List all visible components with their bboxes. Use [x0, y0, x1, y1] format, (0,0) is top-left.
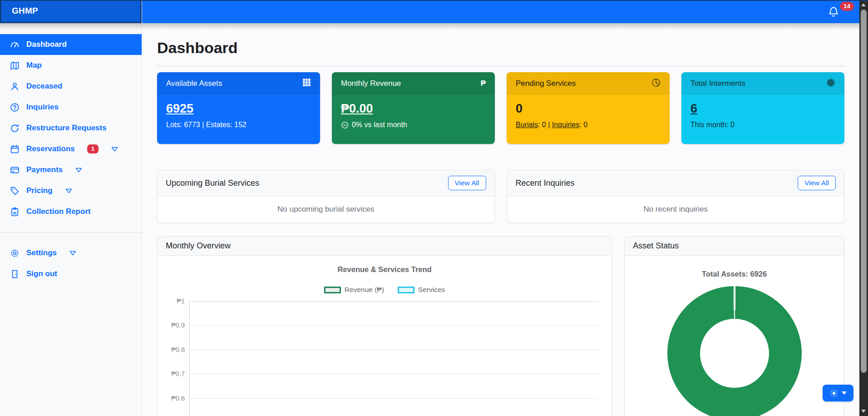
stat-card-title: Total Interments: [690, 79, 745, 88]
sidebar-item-inquiries[interactable]: Inquiries: [0, 97, 142, 118]
scrollbar-down-arrow[interactable]: [861, 410, 866, 413]
y-tick-label: ₱0.6: [160, 395, 185, 402]
revenue-trend-text: 0% vs last month: [341, 121, 486, 129]
scrollbar-up-arrow[interactable]: [861, 3, 866, 6]
panel-empty-state: No recent inquiries: [508, 196, 844, 223]
sidebar: GHMP Dashboard Map: [0, 0, 142, 416]
view-all-inquiries-button[interactable]: View All: [798, 176, 836, 190]
caret-down-icon: [842, 391, 847, 395]
sidebar-item-dashboard[interactable]: Dashboard: [0, 34, 142, 55]
scrollbar-thumb[interactable]: [861, 10, 867, 373]
donut-ring: [667, 286, 802, 416]
chart-plot-area: ₱1 ₱0.9 ₱0.8 ₱0.7 ₱0.6: [189, 300, 599, 416]
stat-card-available-assets: Available Assets 6925 Lots: 6773 | Estat…: [157, 72, 320, 144]
stat-card-pending-services: Pending Services 0 Burials: 0 | Inquirie…: [507, 72, 670, 144]
burials-link[interactable]: Burials: [516, 121, 538, 129]
peso-sign-icon: ₱: [481, 79, 486, 88]
brand-header: GHMP: [0, 0, 142, 23]
card-header: Monthly Overview: [158, 237, 612, 256]
stat-card-header: Pending Services: [507, 72, 670, 95]
card-title: Monthly Overview: [166, 241, 231, 251]
clock-icon: [651, 78, 661, 89]
stat-card-title: Available Assets: [166, 79, 222, 88]
sidebar-item-label: Sign out: [26, 269, 57, 278]
interments-this-month: This month: 0: [690, 121, 835, 129]
donut-chart-title: Total Assets: 6926: [625, 270, 844, 278]
sidebar-item-collection-report[interactable]: Collection Report: [0, 201, 142, 222]
stat-card-title: Pending Services: [516, 79, 576, 88]
tag-icon: [10, 186, 20, 196]
line-chart: Revenue & Services Trend Revenue (₱) Ser…: [158, 265, 612, 416]
upcoming-burial-services-panel: Upcoming Burial Services View All No upc…: [157, 170, 495, 223]
monthly-revenue-value-link[interactable]: ₱0.00: [341, 102, 373, 116]
map-icon: [10, 61, 20, 70]
asset-status-card: Asset Status Total Assets: 6926: [624, 236, 844, 416]
flower-icon: [826, 78, 835, 89]
dash-circle-icon: [341, 121, 349, 129]
clipboard-chart-icon: [10, 207, 20, 217]
chevron-down-icon: [111, 147, 118, 152]
person-icon: [10, 82, 20, 91]
services-legend-swatch: [398, 287, 414, 293]
view-all-burials-button[interactable]: View All: [448, 176, 486, 190]
sidebar-item-label: Payments: [26, 165, 63, 174]
legend-item-revenue[interactable]: Revenue (₱): [324, 286, 384, 294]
stat-card-body: 6 This month: 0: [681, 95, 844, 129]
y-tick-label: ₱0.9: [160, 322, 185, 329]
stat-card-header: Available Assets: [157, 72, 320, 95]
y-tick-label: ₱0.8: [160, 346, 185, 353]
chart-legend: Revenue (₱) Services: [158, 286, 612, 294]
monthly-overview-card: Monthly Overview Revenue & Services Tren…: [157, 236, 612, 416]
pending-services-breakdown: Burials: 0 | Inquiries: 0: [516, 121, 661, 129]
sidebar-item-reservations[interactable]: Reservations 1: [0, 139, 142, 159]
theme-toggle-button[interactable]: [823, 385, 853, 401]
sidebar-item-map[interactable]: Map: [0, 55, 142, 76]
legend-item-services[interactable]: Services: [398, 286, 445, 294]
sidebar-item-deceased[interactable]: Deceased: [0, 76, 142, 97]
grid-icon: [302, 78, 311, 89]
sidebar-item-sign-out[interactable]: Sign out: [0, 263, 142, 284]
stat-card-monthly-revenue: Monthly Revenue ₱ ₱0.00 0% vs last month: [332, 72, 495, 144]
question-circle-icon: [10, 103, 20, 112]
available-assets-value-link[interactable]: 6925: [166, 102, 193, 116]
topbar: 14: [142, 0, 859, 23]
reservations-count-badge: 1: [87, 144, 99, 154]
sidebar-item-label: Settings: [26, 248, 57, 258]
notification-bell-button[interactable]: [828, 6, 840, 19]
chevron-down-icon: [69, 251, 76, 256]
gridline: [189, 374, 599, 374]
inquiries-link[interactable]: Inquiries: [552, 121, 579, 129]
gridline: [189, 325, 599, 326]
notification-count-badge: 14: [840, 2, 854, 11]
stat-card-title: Monthly Revenue: [341, 79, 401, 88]
sidebar-item-label: Deceased: [26, 82, 62, 91]
sidebar-nav: Dashboard Map Deceased: [0, 23, 142, 284]
stat-card-body: 6925 Lots: 6773 | Estates: 152: [157, 95, 320, 129]
sidebar-item-payments[interactable]: Payments: [0, 159, 142, 180]
window-top-edge: [0, 0, 868, 1]
chart-title: Revenue & Services Trend: [158, 265, 612, 274]
sidebar-item-label: Collection Report: [26, 207, 91, 216]
vertical-scrollbar[interactable]: [859, 0, 868, 416]
sidebar-item-pricing[interactable]: Pricing: [0, 180, 142, 201]
panel-empty-state: No upcoming burial services: [158, 196, 494, 223]
total-interments-value-link[interactable]: 6: [690, 102, 697, 116]
panel-header: Recent Inquiries View All: [508, 170, 844, 196]
calendar-icon: [10, 144, 20, 154]
available-assets-breakdown: Lots: 6773 | Estates: 152: [166, 121, 311, 129]
brand-title: GHMP: [12, 6, 38, 16]
sidebar-item-settings[interactable]: Settings: [0, 243, 142, 263]
sun-icon: [830, 389, 838, 397]
sidebar-item-label: Pricing: [26, 186, 53, 195]
chevron-down-icon: [75, 168, 82, 173]
sidebar-item-label: Inquiries: [26, 103, 59, 112]
panel-header: Upcoming Burial Services View All: [158, 170, 494, 196]
gridline: [189, 398, 599, 399]
gear-icon: [10, 248, 20, 258]
stat-card-body: ₱0.00 0% vs last month: [332, 95, 495, 129]
y-axis: [189, 301, 190, 416]
sidebar-item-restructure-requests[interactable]: Restructure Requests: [0, 118, 142, 139]
stat-card-header: Monthly Revenue ₱: [332, 72, 495, 95]
gridline: [189, 350, 599, 350]
donut-chart: Total Assets: 6926: [625, 270, 844, 416]
